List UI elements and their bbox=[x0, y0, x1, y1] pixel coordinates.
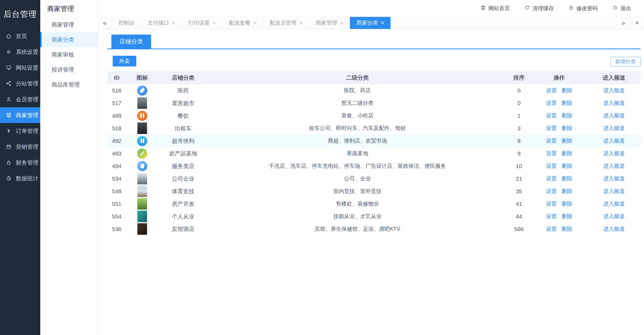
enter-channel-cell: 进入频道 bbox=[587, 150, 641, 157]
settings-link[interactable]: 设置 bbox=[546, 213, 557, 219]
settings-link[interactable]: 设置 bbox=[546, 125, 557, 131]
enter-channel-link[interactable]: 进入频道 bbox=[603, 113, 625, 118]
enter-channel-link[interactable]: 进入频道 bbox=[603, 138, 625, 144]
takeout-filter-button[interactable]: 外卖 bbox=[113, 56, 136, 66]
enter-channel-link[interactable]: 进入频道 bbox=[603, 100, 625, 106]
tab-delivery-package[interactable]: 配送套餐× bbox=[222, 17, 263, 29]
secondary-sidebar: 商家管理 商家管理商家分类商家审核投诉管理商品库管理 bbox=[40, 0, 98, 335]
settings-link[interactable]: 设置 bbox=[546, 163, 557, 169]
tab-close-icon[interactable]: × bbox=[381, 20, 384, 26]
delete-link[interactable]: 删除 bbox=[562, 213, 572, 219]
category-icon bbox=[137, 161, 147, 171]
tab-shop-category[interactable]: 店铺分类 bbox=[111, 35, 151, 49]
sidebar-item-subsite-management[interactable]: 分站管理 bbox=[0, 76, 40, 91]
sidebar-item-label: 系统设置 bbox=[16, 48, 38, 56]
submenu-item-complaint-management[interactable]: 投诉管理 bbox=[40, 62, 98, 77]
submenu-item-merchant-management[interactable]: 商家管理 bbox=[40, 17, 98, 32]
row-id: 517 bbox=[107, 100, 126, 106]
settings-link[interactable]: 设置 bbox=[546, 201, 557, 207]
sidebar-item-site-settings[interactable]: 网站设置 bbox=[0, 60, 40, 76]
settings-link[interactable]: 设置 bbox=[546, 226, 557, 232]
row-actions: 设置删除 bbox=[531, 87, 587, 94]
sidebar-item-order-management[interactable]: ¥订单管理 bbox=[0, 123, 40, 139]
enter-channel-link[interactable]: 进入频道 bbox=[603, 226, 625, 232]
settings-link[interactable]: 设置 bbox=[546, 138, 557, 144]
submenu-item-merchant-review[interactable]: 商家审核 bbox=[40, 47, 98, 62]
tab-console[interactable]: 控制台 bbox=[112, 17, 141, 29]
sort-value: 0 bbox=[507, 100, 531, 106]
submenu-item-product-library[interactable]: 商品库管理 bbox=[40, 77, 98, 92]
sidebar-item-data-statistics[interactable]: 数据统计 bbox=[0, 170, 40, 186]
sidebar-item-merchant-management[interactable]: 商家管理 bbox=[0, 107, 40, 123]
tabs-close-all-icon[interactable]: × bbox=[630, 17, 644, 29]
tab-print-settings[interactable]: 打印设置× bbox=[182, 17, 223, 29]
settings-link[interactable]: 设置 bbox=[546, 188, 557, 194]
topbar-action-change-password[interactable]: 修改密码 bbox=[568, 5, 598, 12]
user-icon bbox=[5, 96, 12, 103]
delete-link[interactable]: 删除 bbox=[562, 125, 572, 131]
sort-value: 8 bbox=[507, 138, 531, 144]
settings-link[interactable]: 设置 bbox=[546, 87, 557, 93]
sidebar-item-home[interactable]: 首页 bbox=[0, 28, 40, 44]
delete-link[interactable]: 删除 bbox=[562, 87, 572, 93]
enter-channel-link[interactable]: 进入频道 bbox=[603, 176, 625, 181]
delete-link[interactable]: 删除 bbox=[562, 201, 572, 207]
sort-value: 566 bbox=[507, 226, 531, 232]
delete-link[interactable]: 删除 bbox=[562, 100, 572, 106]
category-name: 宾馆酒店 bbox=[158, 225, 208, 233]
category-name: 出租车 bbox=[158, 125, 208, 132]
delete-link[interactable]: 删除 bbox=[562, 176, 572, 181]
delete-link[interactable]: 删除 bbox=[562, 226, 572, 232]
tabs-scroll-right-icon[interactable]: » bbox=[616, 17, 630, 29]
row-actions: 设置删除 bbox=[531, 188, 587, 195]
tab-close-icon[interactable]: × bbox=[213, 20, 216, 26]
settings-link[interactable]: 设置 bbox=[546, 100, 557, 106]
delete-link[interactable]: 删除 bbox=[562, 188, 572, 194]
enter-channel-link[interactable]: 进入频道 bbox=[603, 87, 625, 93]
tab-merchant-category[interactable]: 商家分类× bbox=[350, 17, 391, 29]
settings-link[interactable]: 设置 bbox=[546, 176, 557, 181]
sidebar-item-finance-management[interactable]: 财务管理 bbox=[0, 155, 40, 170]
tab-close-icon[interactable]: × bbox=[340, 20, 343, 26]
table-row: 489餐饮美食、小吃店1设置删除进入频道 bbox=[107, 109, 641, 122]
tab-label: 打印设置 bbox=[188, 19, 210, 27]
enter-channel-link[interactable]: 进入频道 bbox=[603, 125, 625, 131]
enter-channel-link[interactable]: 进入频道 bbox=[603, 213, 625, 219]
tab-delivery-staff[interactable]: 配送员管理× bbox=[263, 17, 309, 29]
sidebar-item-member-management[interactable]: 会员管理 bbox=[0, 91, 40, 107]
topbar-action-site-home[interactable]: 网站首页 bbox=[480, 5, 510, 12]
row-actions: 设置删除 bbox=[531, 175, 587, 182]
delete-link[interactable]: 删除 bbox=[562, 163, 572, 169]
settings-link[interactable]: 设置 bbox=[546, 113, 557, 118]
row-id: 554 bbox=[107, 213, 126, 220]
toolbar: 外卖 新增分类 bbox=[107, 56, 641, 66]
delete-link[interactable]: 删除 bbox=[562, 138, 572, 144]
enter-channel-link[interactable]: 进入频道 bbox=[603, 163, 625, 169]
submenu-item-merchant-category[interactable]: 商家分类 bbox=[40, 32, 98, 47]
settings-link[interactable]: 设置 bbox=[546, 150, 557, 156]
delete-link[interactable]: 删除 bbox=[562, 150, 572, 156]
sidebar-item-system-settings[interactable]: 系统设置 bbox=[0, 44, 40, 60]
sub-categories: 医院、药店 bbox=[208, 87, 507, 94]
tab-close-icon[interactable]: × bbox=[253, 20, 257, 26]
chart-icon bbox=[5, 175, 12, 182]
refresh-icon bbox=[524, 5, 530, 12]
content-panel: 店铺分类 外卖 新增分类 ID图标店铺分类二级分类排序操作进入频道 516医药医… bbox=[98, 29, 644, 335]
tab-merchant-management[interactable]: 商家管理× bbox=[309, 17, 350, 29]
tab-close-icon[interactable]: × bbox=[299, 20, 303, 26]
row-actions: 设置删除 bbox=[531, 162, 587, 170]
topbar-action-clear-cache[interactable]: 清理缓存 bbox=[524, 5, 554, 12]
enter-channel-link[interactable]: 进入频道 bbox=[603, 201, 625, 207]
sidebar-item-label: 网站设置 bbox=[16, 64, 38, 72]
enter-channel-link[interactable]: 进入频道 bbox=[603, 188, 625, 194]
topbar-action-logout[interactable]: 退出 bbox=[612, 5, 631, 12]
delete-link[interactable]: 删除 bbox=[562, 113, 572, 118]
tabs-scroll-left-icon[interactable]: « bbox=[98, 17, 112, 29]
enter-channel-link[interactable]: 进入频道 bbox=[603, 150, 625, 156]
sidebar-item-marketing-management[interactable]: 营销管理 bbox=[0, 139, 40, 155]
tab-close-icon[interactable]: × bbox=[172, 20, 175, 26]
app-logo: 后台管理 bbox=[0, 0, 40, 28]
add-category-button[interactable]: 新增分类 bbox=[610, 57, 641, 66]
tab-payment-api[interactable]: 支付接口× bbox=[141, 17, 182, 29]
table-row: 493农产品基地果蔬基地9设置删除进入频道 bbox=[107, 147, 641, 160]
